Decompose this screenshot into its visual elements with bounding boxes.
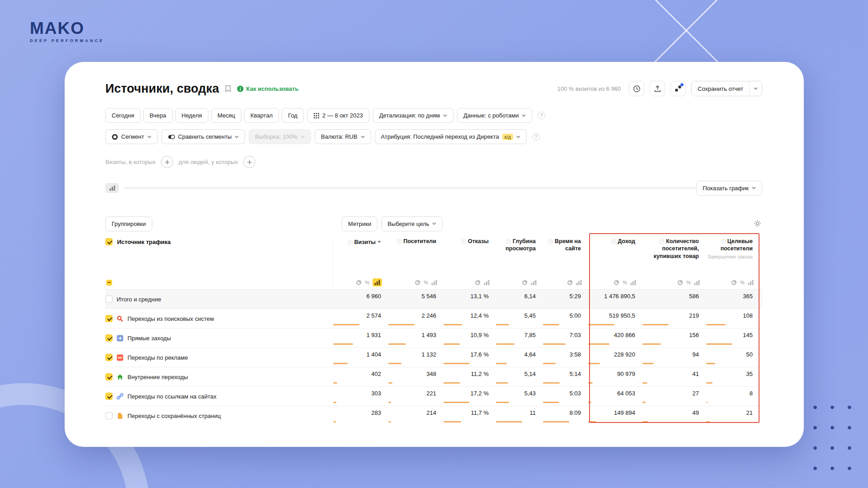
detalization-dropdown[interactable]: Детализация: по дням xyxy=(373,108,453,123)
value-bar xyxy=(642,421,648,422)
column-header[interactable]: Целевые посетителиЗавершение заказа xyxy=(705,238,759,260)
period-tab-5[interactable]: Квартал xyxy=(244,108,279,123)
report-header: Источники, сводка Как использовать 100 %… xyxy=(105,80,762,97)
value-bar xyxy=(333,363,348,364)
save-report-button[interactable]: Сохранить отчет xyxy=(692,81,749,96)
pie-toggle-icon[interactable] xyxy=(613,280,619,286)
segment-button[interactable]: Сегмент xyxy=(105,129,158,144)
attribution-dropdown[interactable]: Атрибуция: Последний переход из Директа … xyxy=(375,129,527,144)
pie-toggle-icon[interactable] xyxy=(415,280,420,286)
percent-toggle-icon[interactable]: % xyxy=(740,280,745,285)
metric-cell: 219 xyxy=(642,309,705,328)
table-row: Переходы из поисковых систем2 5742 24612… xyxy=(105,309,762,328)
help-icon[interactable] xyxy=(532,133,540,141)
source-header-cell: Источник трафика xyxy=(105,238,332,245)
sampling-dropdown[interactable]: Выборка: 100% xyxy=(249,129,311,144)
column-header[interactable]: Глубина просмотра xyxy=(495,238,542,253)
indeterminate-checkbox[interactable] xyxy=(106,280,112,286)
pie-toggle-icon[interactable] xyxy=(567,280,573,286)
add-people-condition-button[interactable] xyxy=(243,156,255,168)
column-header[interactable]: Посетители xyxy=(387,238,443,245)
percent-toggle-icon[interactable]: % xyxy=(424,280,428,285)
row-label[interactable]: Переходы по ссылкам на сайтах xyxy=(127,393,217,400)
metric-cell: 149 894 xyxy=(587,406,642,425)
bars-toggle-icon[interactable] xyxy=(694,280,700,285)
row-label[interactable]: Внутренние переходы xyxy=(127,374,188,380)
column-header[interactable]: Отказы xyxy=(443,238,495,245)
pie-toggle-icon[interactable] xyxy=(677,280,683,286)
chevron-down-icon xyxy=(147,136,151,138)
select-goal-dropdown[interactable]: Выберите цель xyxy=(381,216,443,231)
save-report-split-button: Сохранить отчет xyxy=(691,81,762,96)
metric-cell: 221 xyxy=(387,387,443,406)
period-tab-6[interactable]: Год xyxy=(282,108,304,123)
segment-filter-row: Сегмент Сравнить сегменты Выборка: 100% … xyxy=(105,129,762,144)
percent-toggle-icon[interactable]: % xyxy=(365,280,369,285)
slide-background: MAKO DEEP PERFORMANCE Источники, сводка … xyxy=(0,0,868,488)
bars-toggle-icon[interactable] xyxy=(431,280,437,285)
bars-toggle-icon[interactable] xyxy=(531,280,537,285)
row-label[interactable]: Переходы из поисковых систем xyxy=(127,315,214,322)
column-header[interactable]: Доход xyxy=(587,238,642,245)
period-tab-4[interactable]: Месяц xyxy=(211,108,241,123)
row-checkbox[interactable] xyxy=(105,393,113,400)
currency-dropdown[interactable]: Валюта: RUB xyxy=(315,129,371,144)
row-checkbox[interactable] xyxy=(105,373,113,380)
period-tab-2[interactable]: Вчера xyxy=(143,108,173,123)
add-visit-condition-button[interactable] xyxy=(161,156,173,168)
export-button[interactable] xyxy=(650,81,665,96)
row-checkbox[interactable] xyxy=(105,412,113,419)
period-tab-3[interactable]: Неделя xyxy=(175,108,208,123)
pie-toggle-icon[interactable] xyxy=(522,280,528,286)
row-label[interactable]: Переходы по рекламе xyxy=(127,354,188,361)
column-help-icon xyxy=(611,239,616,244)
show-chart-button[interactable]: Показать график xyxy=(696,181,762,196)
data-mode-dropdown[interactable]: Данные: с роботами xyxy=(457,108,532,123)
svg-text:AD: AD xyxy=(118,356,122,359)
pie-toggle-icon[interactable] xyxy=(475,280,481,286)
help-icon[interactable] xyxy=(538,112,545,119)
bookmark-icon[interactable] xyxy=(225,85,231,93)
percent-toggle-icon[interactable]: % xyxy=(623,280,627,285)
history-button[interactable] xyxy=(629,81,644,96)
value-bar xyxy=(443,343,460,345)
save-report-menu-button[interactable] xyxy=(749,81,762,96)
bars-toggle-icon[interactable] xyxy=(484,280,490,285)
column-header[interactable]: Визиты xyxy=(332,238,387,246)
source-column-header[interactable]: Источник трафика xyxy=(117,239,171,245)
row-label[interactable]: Итого и средние xyxy=(117,296,161,303)
integrations-button[interactable] xyxy=(670,81,686,96)
select-all-checkbox[interactable] xyxy=(105,238,113,245)
metric-cell: 5,43 xyxy=(495,387,542,406)
value-bar xyxy=(388,402,391,403)
bars-toggle-icon[interactable] xyxy=(576,280,582,285)
metric-cell: 5,14 xyxy=(495,367,542,386)
groupings-button[interactable]: Группировки xyxy=(105,216,152,231)
metric-icons-row: %%%%% xyxy=(105,277,762,289)
table-settings-gear-icon[interactable] xyxy=(754,220,761,227)
pie-toggle-icon[interactable] xyxy=(356,280,362,286)
date-range-button[interactable]: 2 — 8 окт 2023 xyxy=(307,108,369,123)
compare-segments-label: Сравнить сегменты xyxy=(178,133,232,140)
how-to-use-link[interactable]: Как использовать xyxy=(237,85,299,92)
column-header[interactable]: Количество посетителей, купивших товар xyxy=(642,238,705,260)
percent-toggle-icon[interactable]: % xyxy=(686,280,691,285)
row-label[interactable]: Переходы с сохранённых страниц xyxy=(127,413,221,419)
period-tab-1[interactable]: Сегодня xyxy=(105,108,141,123)
pie-toggle-icon[interactable] xyxy=(731,280,737,286)
row-checkbox[interactable] xyxy=(105,296,113,303)
chart-handle-icon[interactable] xyxy=(105,183,119,193)
row-checkbox[interactable] xyxy=(105,334,113,342)
row-checkbox[interactable] xyxy=(105,354,113,361)
bars-toggle-icon[interactable] xyxy=(630,280,636,285)
sampling-label: Выборка: 100% xyxy=(255,133,297,140)
column-header[interactable]: Время на сайте xyxy=(542,238,587,253)
bars-toggle-icon[interactable] xyxy=(373,278,382,286)
metric-cell: 7,85 xyxy=(495,328,542,347)
compare-segments-button[interactable]: Сравнить сегменты xyxy=(161,129,245,144)
metric-value: 8 xyxy=(750,390,753,397)
row-checkbox[interactable] xyxy=(105,315,113,322)
bars-toggle-icon[interactable] xyxy=(748,280,754,285)
metrics-button[interactable]: Метрики xyxy=(342,216,377,231)
row-label[interactable]: Прямые заходы xyxy=(127,335,171,342)
